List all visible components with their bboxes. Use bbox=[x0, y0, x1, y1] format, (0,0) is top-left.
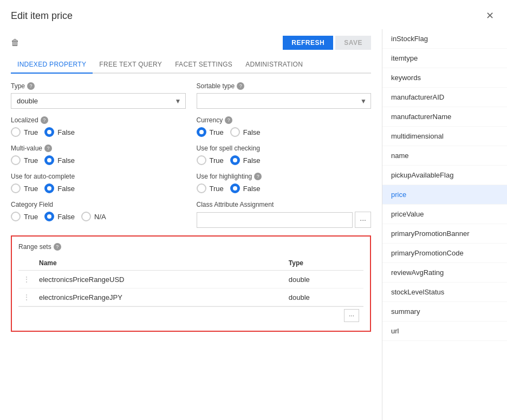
type-row: Type ? double ▼ Sortable type ? bbox=[11, 82, 371, 109]
sidebar-item-reviewAvgRating[interactable]: reviewAvgRating bbox=[382, 263, 507, 283]
multivalue-false-option[interactable]: False bbox=[44, 155, 75, 165]
range-table-row: ⋮ electronicsPriceRangeUSD double bbox=[18, 271, 363, 288]
class-attr-field[interactable] bbox=[197, 212, 353, 228]
multivalue-false-radio[interactable] bbox=[44, 155, 54, 165]
spell-false-radio[interactable] bbox=[230, 155, 240, 165]
sortable-type-label: Sortable type ? bbox=[197, 82, 372, 90]
category-radio-group: True False N/A bbox=[11, 212, 186, 221]
modal-body: 🗑 REFRESH SAVE INDEXED PROPERTY FREE TEX… bbox=[0, 29, 507, 420]
type-label: Type ? bbox=[11, 82, 186, 90]
highlighting-true-option[interactable]: True bbox=[197, 183, 224, 193]
sidebar-item-url[interactable]: url bbox=[382, 321, 507, 341]
localized-true-option[interactable]: True bbox=[11, 127, 38, 137]
main-panel: 🗑 REFRESH SAVE INDEXED PROPERTY FREE TEX… bbox=[0, 29, 382, 420]
currency-false-option[interactable]: False bbox=[230, 127, 261, 137]
autocomplete-label: Use for auto-complete bbox=[11, 173, 186, 180]
range-sets-label: Range sets bbox=[18, 243, 51, 251]
highlighting-false-radio[interactable] bbox=[230, 183, 240, 193]
sortable-type-select[interactable] bbox=[197, 93, 372, 109]
sidebar-item-itemtype[interactable]: itemtype bbox=[382, 49, 507, 68]
currency-true-radio[interactable] bbox=[197, 127, 206, 137]
toolbar-actions: REFRESH SAVE bbox=[283, 36, 371, 50]
sidebar-item-multidimensional[interactable]: multidimensional bbox=[382, 127, 507, 146]
close-button[interactable]: ✕ bbox=[484, 9, 496, 23]
tab-administration[interactable]: ADMINISTRATION bbox=[239, 56, 309, 74]
range-add-input[interactable] bbox=[23, 312, 344, 320]
category-false-radio[interactable] bbox=[44, 212, 54, 221]
spell-checking-label: Use for spell checking bbox=[197, 145, 372, 152]
name-col-header: Name bbox=[35, 256, 284, 271]
highlighting-false-label: False bbox=[243, 185, 261, 193]
sidebar-item-manufacturerName[interactable]: manufacturerName bbox=[382, 107, 507, 127]
spell-checking-group: Use for spell checking True False bbox=[197, 145, 372, 165]
multivalue-true-label: True bbox=[24, 156, 38, 165]
localized-currency-row: Localized ? True False bbox=[11, 116, 371, 137]
autocomplete-false-radio[interactable] bbox=[44, 183, 54, 193]
currency-true-option[interactable]: True bbox=[197, 127, 224, 137]
multivalue-spell-row: Multi-value ? True False bbox=[11, 145, 371, 165]
refresh-button[interactable]: REFRESH bbox=[283, 36, 333, 50]
sidebar-item-price[interactable]: price bbox=[382, 185, 507, 205]
sidebar-item-primaryPromotionCode[interactable]: primaryPromotionCode bbox=[382, 244, 507, 263]
tab-free-text-query[interactable]: FREE TEXT QUERY bbox=[93, 56, 168, 74]
category-true-option[interactable]: True bbox=[11, 212, 38, 221]
spell-true-radio[interactable] bbox=[197, 155, 206, 165]
spell-true-option[interactable]: True bbox=[197, 155, 224, 165]
category-true-radio[interactable] bbox=[11, 212, 21, 221]
sidebar-item-name[interactable]: name bbox=[382, 146, 507, 166]
highlighting-true-label: True bbox=[210, 185, 224, 193]
autocomplete-true-radio[interactable] bbox=[11, 183, 21, 193]
spell-false-option[interactable]: False bbox=[230, 155, 261, 165]
currency-false-radio[interactable] bbox=[230, 127, 240, 137]
localized-false-option[interactable]: False bbox=[44, 127, 75, 137]
range-sets-help-icon[interactable]: ? bbox=[54, 243, 61, 251]
autocomplete-true-option[interactable]: True bbox=[11, 183, 38, 193]
category-false-option[interactable]: False bbox=[44, 212, 75, 221]
localized-false-radio[interactable] bbox=[44, 127, 54, 137]
category-na-label: N/A bbox=[94, 213, 106, 221]
localized-true-radio[interactable] bbox=[11, 127, 21, 137]
range-sets-header: Range sets ? bbox=[18, 243, 363, 251]
multivalue-true-option[interactable]: True bbox=[11, 155, 38, 165]
class-attr-label: Class Attribute Assignment bbox=[197, 201, 372, 208]
sidebar-item-stockLevelStatus[interactable]: stockLevelStatus bbox=[382, 283, 507, 302]
category-field-group: Category Field True False bbox=[11, 201, 186, 228]
sidebar-item-pickupAvailableFlag[interactable]: pickupAvailableFlag bbox=[382, 166, 507, 185]
localized-help-icon[interactable]: ? bbox=[41, 116, 48, 124]
highlighting-help-icon[interactable]: ? bbox=[254, 173, 262, 180]
category-na-radio[interactable] bbox=[81, 212, 91, 221]
modal-title: Edit item price bbox=[11, 10, 73, 22]
highlighting-true-radio[interactable] bbox=[197, 183, 206, 193]
category-na-option[interactable]: N/A bbox=[81, 212, 106, 221]
drag-handle-icon[interactable]: ⋮ bbox=[23, 275, 30, 284]
range-add-row: ··· bbox=[18, 306, 363, 324]
currency-radio-group: True False bbox=[197, 127, 372, 137]
tab-indexed-property[interactable]: INDEXED PROPERTY bbox=[11, 56, 93, 74]
sidebar-item-primaryPromotionBanner[interactable]: primaryPromotionBanner bbox=[382, 224, 507, 244]
class-attr-dots-button[interactable]: ··· bbox=[355, 212, 371, 228]
sidebar-item-keywords[interactable]: keywords bbox=[382, 68, 507, 88]
multivalue-true-radio[interactable] bbox=[11, 155, 21, 165]
multivalue-help-icon[interactable]: ? bbox=[44, 145, 52, 152]
delete-button[interactable]: 🗑 bbox=[11, 38, 20, 48]
sidebar-item-summary[interactable]: summary bbox=[382, 302, 507, 321]
currency-help-icon[interactable]: ? bbox=[225, 116, 232, 124]
autocomplete-false-option[interactable]: False bbox=[44, 183, 75, 193]
drag-handle-icon[interactable]: ⋮ bbox=[23, 293, 30, 301]
sidebar-item-priceValue[interactable]: priceValue bbox=[382, 205, 507, 224]
localized-radio-group: True False bbox=[11, 127, 186, 137]
save-button[interactable]: SAVE bbox=[335, 36, 371, 50]
modal-header: Edit item price ✕ bbox=[0, 0, 507, 29]
sidebar-item-manufacturerAID[interactable]: manufacturerAID bbox=[382, 88, 507, 107]
sidebar-item-inStockFlag[interactable]: inStockFlag bbox=[382, 29, 507, 49]
type-select[interactable]: double bbox=[11, 93, 186, 109]
sortable-type-help-icon[interactable]: ? bbox=[237, 82, 244, 90]
multivalue-group: Multi-value ? True False bbox=[11, 145, 186, 165]
type-help-icon[interactable]: ? bbox=[27, 82, 35, 90]
highlighting-group: Use for highlighting ? True False bbox=[197, 173, 372, 193]
tab-facet-settings[interactable]: FACET SETTINGS bbox=[168, 56, 239, 74]
type-col-header: Type bbox=[284, 256, 363, 271]
range-more-button[interactable]: ··· bbox=[344, 309, 359, 322]
highlighting-false-option[interactable]: False bbox=[230, 183, 261, 193]
range-name-cell: electronicsPriceRangeUSD bbox=[35, 271, 284, 288]
